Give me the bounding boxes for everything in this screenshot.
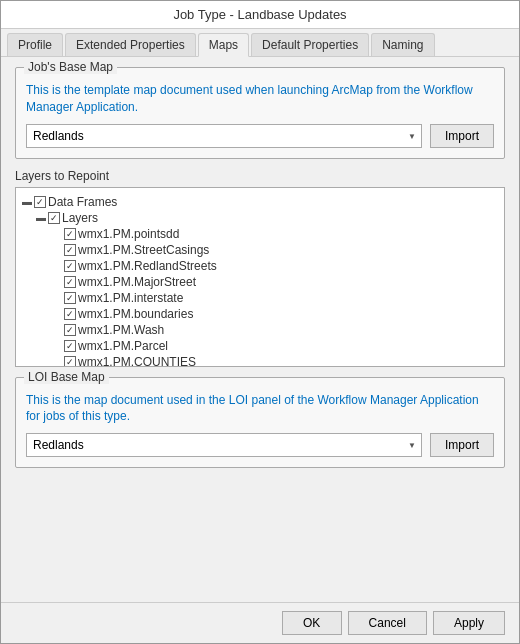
label-layer-item: wmx1.PM.interstate xyxy=(78,291,183,305)
apply-button[interactable]: Apply xyxy=(433,611,505,635)
loi-base-map-title: LOI Base Map xyxy=(24,370,109,384)
tab-maps[interactable]: Maps xyxy=(198,33,249,57)
tree-container[interactable]: ▬ ✓ Data Frames ▬ ✓ Layers ✓ wmx1.PM.poi… xyxy=(15,187,505,367)
checkbox-layer-item[interactable]: ✓ xyxy=(64,324,76,336)
jobs-base-map-dropdown[interactable]: Redlands xyxy=(26,124,422,148)
jobs-base-map-import-button[interactable]: Import xyxy=(430,124,494,148)
label-layer-item: wmx1.PM.StreetCasings xyxy=(78,243,209,257)
label-layer-item: wmx1.PM.Wash xyxy=(78,323,164,337)
tree-node-layer-item: ✓ wmx1.PM.interstate xyxy=(64,290,498,306)
bottom-buttons: OK Cancel Apply xyxy=(1,602,519,643)
jobs-base-map-title: Job's Base Map xyxy=(24,60,117,74)
tree-node-layer-item: ✓ wmx1.PM.Parcel xyxy=(64,338,498,354)
label-layer-item: wmx1.PM.MajorStreet xyxy=(78,275,196,289)
checkbox-layer-item[interactable]: ✓ xyxy=(64,228,76,240)
tree-node-layer-item: ✓ wmx1.PM.StreetCasings xyxy=(64,242,498,258)
tab-profile[interactable]: Profile xyxy=(7,33,63,56)
label-layer-item: wmx1.PM.boundaries xyxy=(78,307,193,321)
dialog: Job Type - Landbase Updates Profile Exte… xyxy=(0,0,520,644)
layers-to-repoint-title: Layers to Repoint xyxy=(15,169,505,183)
tab-extended-properties[interactable]: Extended Properties xyxy=(65,33,196,56)
loi-base-map-group: LOI Base Map This is the map document us… xyxy=(15,377,505,469)
checkbox-layer-item[interactable]: ✓ xyxy=(64,244,76,256)
jobs-base-map-controls: Redlands Import xyxy=(26,124,494,148)
layer-items: ✓ wmx1.PM.pointsdd ✓ wmx1.PM.StreetCasin… xyxy=(36,226,498,367)
tree-node-layer-item: ✓ wmx1.PM.COUNTIES xyxy=(64,354,498,367)
layers-to-repoint-section: Layers to Repoint ▬ ✓ Data Frames ▬ ✓ La… xyxy=(15,169,505,367)
expand-icon-data-frames[interactable]: ▬ xyxy=(22,196,32,207)
title-bar: Job Type - Landbase Updates xyxy=(1,1,519,29)
loi-base-map-dropdown[interactable]: Redlands xyxy=(26,433,422,457)
loi-base-map-dropdown-wrapper: Redlands xyxy=(26,433,422,457)
tree-node-layers: ▬ ✓ Layers xyxy=(36,210,498,226)
label-layer-item: wmx1.PM.COUNTIES xyxy=(78,355,196,367)
tree-node-data-frames: ▬ ✓ Data Frames xyxy=(22,194,498,210)
jobs-base-map-description: This is the template map document used w… xyxy=(26,82,494,116)
loi-base-map-import-button[interactable]: Import xyxy=(430,433,494,457)
label-data-frames: Data Frames xyxy=(48,195,117,209)
checkbox-layer-item[interactable]: ✓ xyxy=(64,340,76,352)
checkbox-layer-item[interactable]: ✓ xyxy=(64,260,76,272)
tab-default-properties[interactable]: Default Properties xyxy=(251,33,369,56)
tree-node-layer-item: ✓ wmx1.PM.RedlandStreets xyxy=(64,258,498,274)
checkbox-layer-item[interactable]: ✓ xyxy=(64,292,76,304)
label-layer-item: wmx1.PM.RedlandStreets xyxy=(78,259,217,273)
checkbox-data-frames[interactable]: ✓ xyxy=(34,196,46,208)
tab-naming[interactable]: Naming xyxy=(371,33,434,56)
tree-node-layer-item: ✓ wmx1.PM.pointsdd xyxy=(64,226,498,242)
loi-base-map-controls: Redlands Import xyxy=(26,433,494,457)
label-layer-item: wmx1.PM.Parcel xyxy=(78,339,168,353)
expand-icon-layers[interactable]: ▬ xyxy=(36,212,46,223)
checkbox-layers[interactable]: ✓ xyxy=(48,212,60,224)
dialog-title: Job Type - Landbase Updates xyxy=(173,7,346,22)
ok-button[interactable]: OK xyxy=(282,611,342,635)
content-area: Job's Base Map This is the template map … xyxy=(1,57,519,602)
cancel-button[interactable]: Cancel xyxy=(348,611,427,635)
checkbox-layer-item[interactable]: ✓ xyxy=(64,308,76,320)
checkbox-layer-item[interactable]: ✓ xyxy=(64,276,76,288)
label-layers: Layers xyxy=(62,211,98,225)
jobs-base-map-dropdown-wrapper: Redlands xyxy=(26,124,422,148)
tree-node-layer-item: ✓ wmx1.PM.Wash xyxy=(64,322,498,338)
tree-node-layer-item: ✓ wmx1.PM.MajorStreet xyxy=(64,274,498,290)
jobs-base-map-group: Job's Base Map This is the template map … xyxy=(15,67,505,159)
label-layer-item: wmx1.PM.pointsdd xyxy=(78,227,179,241)
tree-children: ▬ ✓ Layers ✓ wmx1.PM.pointsdd ✓ wmx1.PM.… xyxy=(22,210,498,367)
loi-base-map-description: This is the map document used in the LOI… xyxy=(26,392,494,426)
tabs-row: Profile Extended Properties Maps Default… xyxy=(1,29,519,57)
checkbox-layer-item[interactable]: ✓ xyxy=(64,356,76,367)
tree-node-layer-item: ✓ wmx1.PM.boundaries xyxy=(64,306,498,322)
